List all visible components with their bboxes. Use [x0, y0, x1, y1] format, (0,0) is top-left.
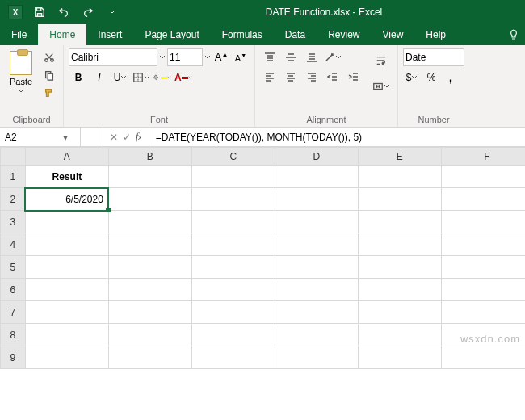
cell-b1[interactable]: [108, 166, 191, 188]
increase-font-button[interactable]: A▲: [212, 48, 230, 66]
align-middle-button[interactable]: [281, 48, 300, 66]
col-header-c[interactable]: C: [191, 148, 275, 166]
font-color-button[interactable]: A: [174, 69, 193, 86]
align-bottom-button[interactable]: [302, 48, 321, 66]
cell-d1[interactable]: [275, 166, 358, 188]
cell-a6[interactable]: [25, 279, 108, 301]
cell-c1[interactable]: [191, 166, 275, 188]
chevron-down-icon[interactable]: ▾: [60, 132, 71, 143]
align-center-button[interactable]: [281, 68, 300, 86]
group-clipboard: Paste Clipboard: [0, 45, 64, 127]
qat-customize-icon[interactable]: [102, 2, 123, 23]
orientation-button[interactable]: [323, 48, 342, 66]
tab-help[interactable]: Help: [414, 24, 457, 45]
copy-button[interactable]: [40, 66, 58, 84]
app-icon[interactable]: X: [5, 2, 26, 23]
name-box[interactable]: ▾: [0, 128, 81, 146]
underline-button[interactable]: U: [111, 69, 130, 86]
row-header-9[interactable]: 9: [1, 346, 26, 369]
font-name-combo[interactable]: [69, 48, 158, 66]
align-left-button[interactable]: [260, 68, 279, 86]
cell-d2[interactable]: [275, 188, 358, 211]
select-all-corner[interactable]: [1, 148, 26, 166]
cell-a8[interactable]: [25, 324, 108, 346]
decrease-indent-button[interactable]: [323, 68, 342, 86]
group-font: A▲ A▼ B I U A: [64, 45, 255, 127]
font-size-combo[interactable]: [167, 48, 203, 66]
save-icon[interactable]: [29, 2, 50, 23]
row-header-5[interactable]: 5: [1, 256, 26, 279]
col-header-a[interactable]: A: [25, 148, 108, 166]
cell-e1[interactable]: [358, 166, 441, 188]
cell-a4[interactable]: [25, 233, 108, 256]
row-header-6[interactable]: 6: [1, 279, 26, 301]
borders-button[interactable]: [132, 69, 151, 86]
cell-a7[interactable]: [25, 301, 108, 324]
formula-input[interactable]: [149, 128, 525, 146]
cell-b2[interactable]: [108, 188, 191, 211]
fill-color-swatch: [161, 77, 168, 79]
cell-c2[interactable]: [191, 188, 275, 211]
increase-indent-button[interactable]: [344, 68, 363, 86]
chevron-down-icon[interactable]: [159, 54, 166, 61]
tab-page-layout[interactable]: Page Layout: [133, 24, 210, 45]
tell-me-icon[interactable]: [502, 24, 525, 45]
merge-icon: [372, 81, 384, 92]
merge-center-button[interactable]: [370, 74, 393, 99]
row-header-2[interactable]: 2: [1, 188, 26, 211]
cell-a1[interactable]: Result: [25, 166, 108, 188]
align-right-button[interactable]: [302, 68, 321, 86]
row-header-8[interactable]: 8: [1, 324, 26, 346]
accounting-format-button[interactable]: $: [403, 69, 421, 86]
bold-button[interactable]: B: [69, 69, 88, 86]
col-header-e[interactable]: E: [358, 148, 441, 166]
format-painter-button[interactable]: [40, 84, 58, 102]
fx-icon[interactable]: fx: [136, 131, 142, 143]
align-bottom-icon: [306, 52, 317, 63]
group-label-number: Number: [403, 114, 464, 125]
cell-a5[interactable]: [25, 256, 108, 279]
percent-format-button[interactable]: %: [422, 69, 440, 86]
cell-f2[interactable]: [441, 188, 525, 211]
paste-label: Paste: [10, 77, 32, 86]
decrease-font-button[interactable]: A▼: [232, 48, 250, 66]
row-header-7[interactable]: 7: [1, 301, 26, 324]
col-header-d[interactable]: D: [275, 148, 358, 166]
number-format-combo[interactable]: [403, 48, 464, 66]
row-header-1[interactable]: 1: [1, 166, 26, 188]
cell-f1[interactable]: [441, 166, 525, 188]
cell-e2[interactable]: [358, 188, 441, 211]
dollar-icon: $: [406, 72, 412, 83]
undo-icon[interactable]: [53, 2, 74, 23]
italic-button[interactable]: I: [90, 69, 109, 86]
cell-a2[interactable]: 6/5/2020: [25, 188, 108, 211]
cell-a9[interactable]: [25, 346, 108, 369]
row-header-3[interactable]: 3: [1, 211, 26, 233]
redo-icon[interactable]: [78, 2, 99, 23]
col-header-b[interactable]: B: [108, 148, 191, 166]
comma-format-button[interactable]: ,: [442, 69, 460, 86]
cell-a3[interactable]: [25, 211, 108, 233]
tab-view[interactable]: View: [372, 24, 415, 45]
spreadsheet-grid[interactable]: A B C D E F 1 Result 2 6/5/2020 3 4 5 6 …: [0, 147, 525, 369]
group-label-alignment: Alignment: [260, 114, 393, 125]
tab-insert[interactable]: Insert: [86, 24, 133, 45]
wrap-text-button[interactable]: [370, 48, 393, 73]
tab-formulas[interactable]: Formulas: [211, 24, 274, 45]
tab-home[interactable]: Home: [38, 24, 86, 45]
cut-button[interactable]: [40, 48, 58, 66]
col-header-f[interactable]: F: [441, 148, 525, 166]
row-header-4[interactable]: 4: [1, 233, 26, 256]
cancel-formula-icon[interactable]: ✕: [110, 132, 118, 143]
tab-file[interactable]: File: [0, 24, 38, 45]
align-center-icon: [285, 71, 296, 82]
tab-review[interactable]: Review: [317, 24, 371, 45]
fill-color-button[interactable]: [153, 69, 172, 86]
group-number: $ % , Number: [398, 45, 469, 127]
chevron-down-icon[interactable]: [204, 54, 211, 61]
name-box-input[interactable]: [3, 131, 60, 144]
tab-data[interactable]: Data: [274, 24, 317, 45]
align-top-button[interactable]: [260, 48, 279, 66]
enter-formula-icon[interactable]: ✓: [123, 132, 131, 143]
paste-button[interactable]: Paste: [5, 48, 37, 95]
